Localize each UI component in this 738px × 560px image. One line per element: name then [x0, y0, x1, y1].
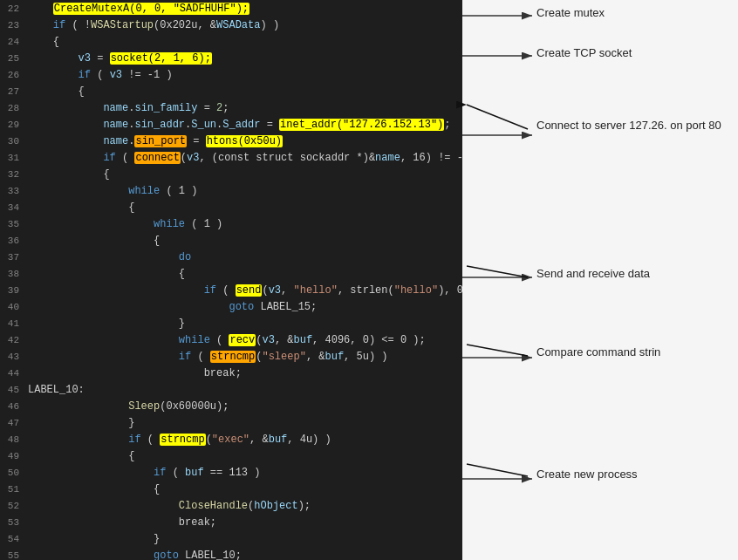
annotation-compare: Compare command strin: [536, 345, 660, 360]
code-line-27: 27 {: [0, 83, 462, 99]
code-line-25: 25 v3 = socket(2, 1, 6);: [0, 50, 462, 66]
annotation-connect: Connect to server 127.26. on port 80: [536, 118, 721, 133]
annotation-mutex: Create mutex: [536, 5, 605, 21]
code-line-55: 55 goto LABEL_10;: [0, 547, 462, 560]
code-line-49: 49 {: [0, 447, 462, 464]
code-line-23: 23 if ( !WSAStartup(0x202u, &WSAData) ): [0, 17, 462, 33]
svg-line-10: [467, 266, 528, 277]
code-line-50: 50 if ( buf == 113 ): [0, 464, 462, 481]
svg-line-11: [467, 345, 528, 356]
annotation-process: Create new process: [536, 467, 638, 482]
code-line-31: 31 if ( connect(v3, (const struct sockad…: [0, 149, 462, 166]
code-line-29: 29 name.sin_addr.S_un.S_addr = inet_addr…: [0, 116, 462, 133]
code-panel: 22 CreateMutexA(0, 0, "SADFHUHF"); 23 if…: [0, 0, 462, 560]
code-line-38: 38 {: [0, 265, 462, 282]
code-line-45: 45 LABEL_10:: [0, 381, 462, 398]
code-line-48: 48 if ( strncmp("exec", &buf, 4u) ): [0, 431, 462, 447]
code-line-26: 26 if ( v3 != -1 ): [0, 66, 462, 83]
code-line-43: 43 if ( strncmp("sleep", &buf, 5u) ): [0, 348, 462, 365]
code-line-37: 37 do: [0, 249, 462, 265]
code-line-32: 32 {: [0, 166, 462, 182]
code-line-28: 28 name.sin_family = 2;: [0, 99, 462, 116]
annotation-tcp: Create TCP socket: [536, 45, 632, 61]
code-line-35: 35 while ( 1 ): [0, 215, 462, 232]
code-line-34: 34 {: [0, 199, 462, 215]
code-line-24: 24 {: [0, 33, 462, 50]
code-line-54: 54 }: [0, 530, 462, 547]
code-line-46: 46 Sleep(0x60000u);: [0, 398, 462, 414]
code-line-33: 33 while ( 1 ): [0, 182, 462, 199]
annotation-sendrecv: Send and receive data: [536, 266, 650, 282]
code-line-22: 22 CreateMutexA(0, 0, "SADFHUHF");: [0, 0, 462, 17]
code-line-53: 53 break;: [0, 514, 462, 530]
code-line-42: 42 while ( recv(v3, &buf, 4096, 0) <= 0 …: [0, 331, 462, 348]
code-line-40: 40 goto LABEL_15;: [0, 298, 462, 315]
code-line-52: 52 CloseHandle(hObject);: [0, 497, 462, 514]
annotations-panel: Create mutex Create TCP socket Connect t…: [462, 0, 738, 560]
svg-line-12: [467, 464, 528, 476]
code-line-51: 51 {: [0, 481, 462, 497]
svg-line-8: [467, 105, 528, 129]
code-line-44: 44 break;: [0, 365, 462, 381]
code-line-36: 36 {: [0, 232, 462, 249]
code-line-39: 39 if ( send(v3, "hello", strlen("hello"…: [0, 282, 462, 298]
code-line-47: 47 }: [0, 414, 462, 431]
code-line-41: 41 }: [0, 315, 462, 331]
code-line-30: 30 name.sin_port = htons(0x50u): [0, 133, 462, 149]
